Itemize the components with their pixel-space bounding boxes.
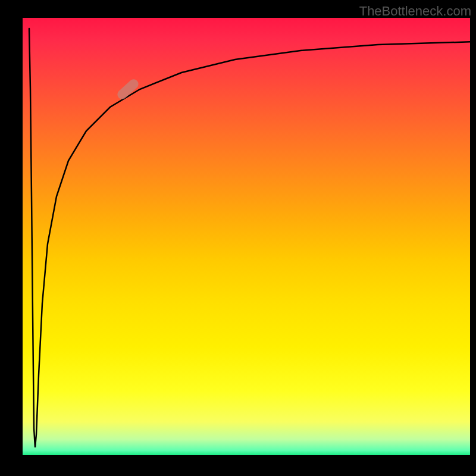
bottleneck-curve — [21, 18, 470, 457]
y-axis — [21, 18, 23, 457]
watermark: TheBottleneck.com — [359, 4, 471, 19]
plot-area — [21, 18, 470, 457]
x-axis — [21, 455, 470, 457]
